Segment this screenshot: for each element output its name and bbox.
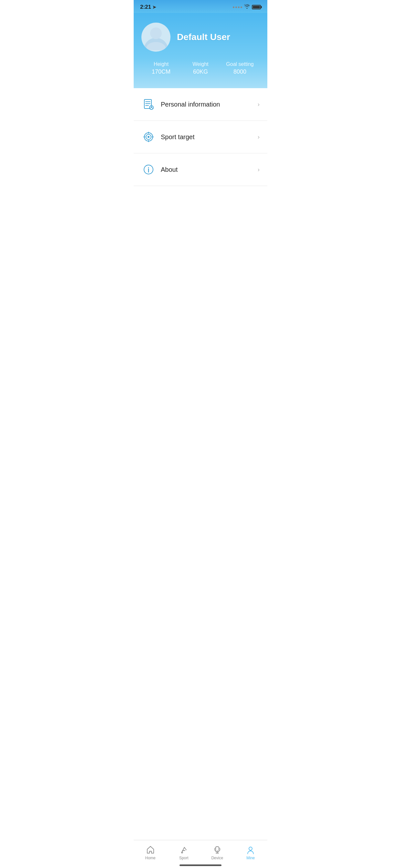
personal-info-chevron: › — [258, 101, 259, 108]
username: Default User — [177, 32, 230, 42]
svg-point-11 — [148, 136, 150, 138]
stat-goal: Goal setting 8000 — [220, 61, 259, 75]
about-label: About — [161, 166, 258, 174]
profile-header: Default User Height 170CM Weight 60KG Go… — [134, 13, 267, 88]
personal-info-icon — [142, 97, 156, 112]
wifi-icon — [244, 4, 250, 10]
sport-target-chevron: › — [258, 134, 259, 141]
menu-section: Personal information › Sport target › — [134, 88, 267, 218]
stat-weight: Weight 60KG — [181, 61, 220, 75]
about-item[interactable]: About › — [134, 153, 267, 186]
svg-point-1 — [150, 27, 162, 39]
sport-target-item[interactable]: Sport target › — [134, 121, 267, 153]
profile-stats: Height 170CM Weight 60KG Goal setting 80… — [142, 61, 259, 75]
weight-value: 60KG — [181, 68, 220, 75]
profile-top: Default User — [142, 23, 259, 52]
sport-target-icon — [142, 130, 156, 144]
height-value: 170CM — [142, 68, 181, 75]
status-bar: 2:21 ➤ — [134, 0, 267, 13]
status-icons — [233, 4, 261, 10]
about-icon — [142, 162, 156, 177]
battery-icon — [252, 5, 261, 9]
svg-point-17 — [148, 167, 149, 168]
time-display: 2:21 — [140, 4, 151, 10]
location-icon: ➤ — [152, 4, 156, 10]
height-label: Height — [142, 61, 181, 67]
personal-info-label: Personal information — [161, 101, 258, 108]
goal-label: Goal setting — [220, 61, 259, 67]
personal-info-item[interactable]: Personal information › — [134, 88, 267, 121]
sport-target-label: Sport target — [161, 133, 258, 141]
signal-icon — [233, 6, 242, 8]
avatar — [142, 23, 171, 52]
goal-value: 8000 — [220, 68, 259, 75]
about-chevron: › — [258, 166, 259, 173]
status-time: 2:21 ➤ — [140, 4, 156, 10]
weight-label: Weight — [181, 61, 220, 67]
stat-height: Height 170CM — [142, 61, 181, 75]
